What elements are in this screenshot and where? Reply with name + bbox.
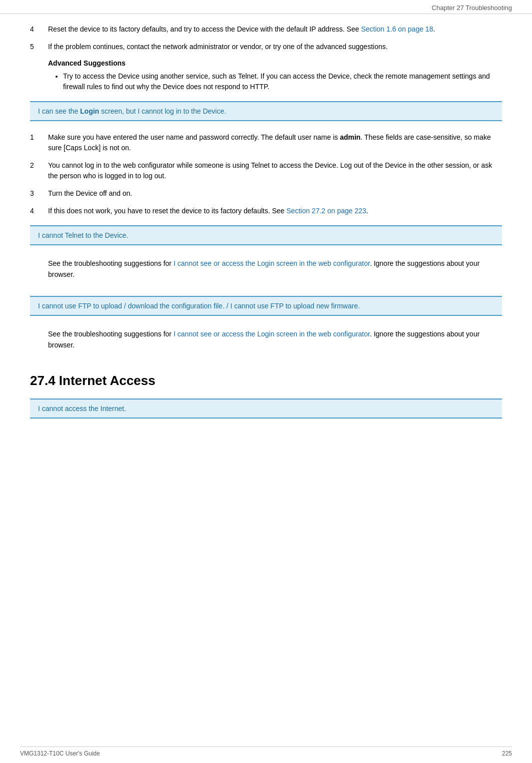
footer-right: 225 [502, 750, 512, 757]
login-item-4: 4 If this does not work, you have to res… [30, 206, 502, 216]
section-27-4-title: 27.4 Internet Access [30, 373, 502, 389]
admin-bold: admin [340, 133, 360, 141]
login-item-4-text: If this does not work, you have to reset… [48, 206, 502, 216]
telnet-login-link[interactable]: I cannot see or access the Login screen … [174, 259, 370, 267]
section-27-2-link[interactable]: Section 27.2 on page 223 [286, 207, 366, 215]
item-5-text: If the problem continues, contact the ne… [48, 42, 502, 52]
login-item-num-1: 1 [30, 132, 48, 153]
page-header: Chapter 27 Troubleshooting [0, 0, 532, 14]
telnet-paragraph: See the troubleshooting suggestions for … [30, 253, 502, 287]
item-number-4: 4 [30, 24, 48, 35]
login-item-num-2: 2 [30, 160, 48, 181]
login-item-2-text: You cannot log in to the web configurato… [48, 160, 502, 181]
advanced-suggestions-title: Advanced Suggestions [48, 59, 502, 67]
ftp-login-link[interactable]: I cannot see or access the Login screen … [174, 330, 370, 338]
login-item-3-text: Turn the Device off and on. [48, 188, 502, 199]
section-internet-header: I cannot access the Internet. [30, 399, 502, 419]
login-item-1: 1 Make sure you have entered the user na… [30, 132, 502, 153]
numbered-item-4: 4 Reset the device to its factory defaul… [30, 24, 502, 35]
login-item-1-text: Make sure you have entered the user name… [48, 132, 502, 153]
main-content: 4 Reset the device to its factory defaul… [0, 14, 532, 457]
page-footer: VMG1312-T10C User's Guide 225 [20, 746, 512, 757]
item-4-text: Reset the device to its factory defaults… [48, 24, 502, 35]
footer-left: VMG1312-T10C User's Guide [20, 750, 100, 757]
login-item-3: 3 Turn the Device off and on. [30, 188, 502, 199]
bullet-list: Try to access the Device using another s… [63, 71, 502, 92]
chapter-title: Chapter 27 Troubleshooting [432, 4, 512, 12]
login-item-2: 2 You cannot log in to the web configura… [30, 160, 502, 181]
login-bold: Login [80, 107, 99, 115]
section-ftp-header: I cannot use FTP to upload / download th… [30, 296, 502, 316]
item-number-5: 5 [30, 42, 48, 52]
section-telnet-header: I cannot Telnet to the Device. [30, 225, 502, 245]
login-item-num-3: 3 [30, 188, 48, 199]
login-item-num-4: 4 [30, 206, 48, 216]
ftp-paragraph: See the troubleshooting suggestions for … [30, 324, 502, 357]
section-login-header: I can see the Login screen, but I cannot… [30, 101, 502, 121]
bullet-item-1: Try to access the Device using another s… [63, 71, 502, 92]
section-1-6-link[interactable]: Section 1.6 on page 18 [361, 25, 433, 33]
numbered-item-5: 5 If the problem continues, contact the … [30, 42, 502, 52]
